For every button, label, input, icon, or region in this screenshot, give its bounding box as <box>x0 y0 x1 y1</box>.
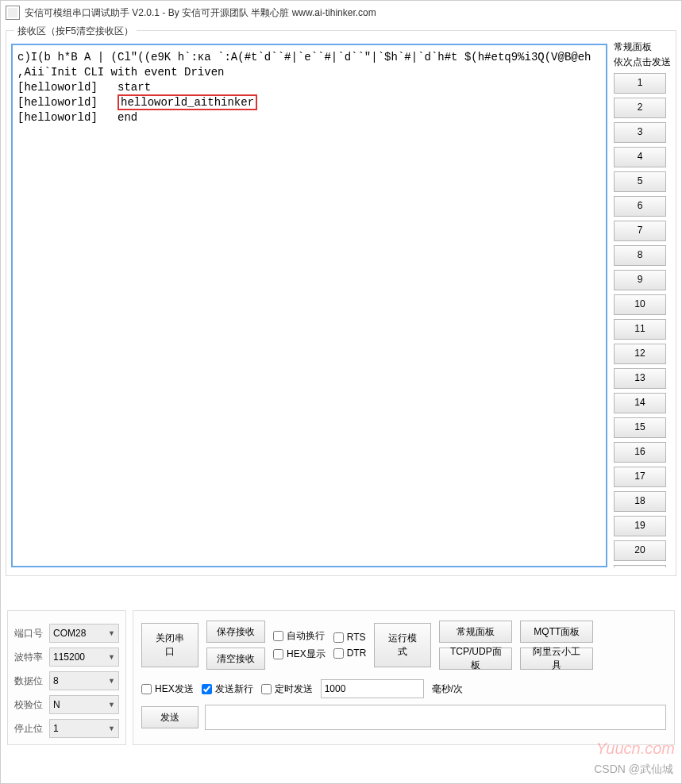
side-button-10[interactable]: 10 <box>614 294 666 315</box>
highlight-output: helloworld_aithinker <box>118 94 257 110</box>
side-button-9[interactable]: 9 <box>614 270 666 290</box>
app-icon <box>6 6 20 20</box>
send-button[interactable]: 发送 <box>141 706 198 728</box>
bottom-panel: 端口号COM28▼ 波特率115200▼ 数据位8▼ 校验位N▼ 停止位1▼ 关… <box>1 604 681 783</box>
stop-label: 停止位 <box>14 722 49 736</box>
baud-select[interactable]: 115200▼ <box>49 648 119 667</box>
side-button-17[interactable]: 17 <box>614 467 666 487</box>
side-button-19[interactable]: 19 <box>614 516 666 536</box>
interval-input[interactable] <box>321 679 424 698</box>
clear-recv-button[interactable]: 清空接收 <box>206 648 265 670</box>
side-button-2[interactable]: 2 <box>614 98 666 118</box>
receive-label: 接收区（按F5清空接收区） <box>14 25 137 38</box>
panel-tcpudp-button[interactable]: TCP/UDP面板 <box>439 648 512 670</box>
side-button-21[interactable]: 21 <box>614 565 666 567</box>
side-button-14[interactable]: 14 <box>614 393 666 413</box>
titlebar: 安信可模组串口调试助手 V2.0.1 - By 安信可开源团队 半颗心脏 www… <box>1 1 681 25</box>
baud-label: 波特率 <box>14 651 49 664</box>
sendnewline-checkbox[interactable]: 发送新行 <box>202 682 253 696</box>
side-button-20[interactable]: 20 <box>614 540 666 561</box>
close-port-button[interactable]: 关闭串口 <box>141 623 198 667</box>
side-button-6[interactable]: 6 <box>614 196 666 217</box>
side-button-11[interactable]: 11 <box>614 319 666 340</box>
receive-area: 接收区（按F5清空接收区） c)I(b h*B A | (Cl"((e9K h`… <box>6 30 676 576</box>
side-button-15[interactable]: 15 <box>614 417 666 438</box>
side-panel: 常规面板 依次点击发送 1234567891011121314151617181… <box>614 39 674 567</box>
side-button-18[interactable]: 18 <box>614 491 666 512</box>
port-select[interactable]: COM28▼ <box>49 624 119 643</box>
send-input[interactable] <box>205 705 666 730</box>
port-label: 端口号 <box>14 627 49 640</box>
databits-select[interactable]: 8▼ <box>49 671 119 690</box>
timedsend-checkbox[interactable]: 定时发送 <box>261 682 313 696</box>
side-heading-1: 常规面板 <box>614 40 674 54</box>
controls-panel: 关闭串口 保存接收 清空接收 自动换行 HEX显示 RTS DTR 运行模式 常… <box>133 610 675 745</box>
window-title: 安信可模组串口调试助手 V2.0.1 - By 安信可开源团队 半颗心脏 www… <box>25 6 376 20</box>
parity-select[interactable]: N▼ <box>49 695 119 714</box>
side-button-3[interactable]: 3 <box>614 122 666 143</box>
side-button-16[interactable]: 16 <box>614 442 666 463</box>
side-button-12[interactable]: 12 <box>614 344 666 364</box>
parity-label: 校验位 <box>14 698 49 712</box>
hexshow-checkbox[interactable]: HEX显示 <box>273 648 326 661</box>
side-button-13[interactable]: 13 <box>614 368 666 389</box>
serial-settings: 端口号COM28▼ 波特率115200▼ 数据位8▼ 校验位N▼ 停止位1▼ <box>7 610 126 745</box>
interval-unit: 毫秒/次 <box>432 682 463 696</box>
side-buttons: 123456789101112131415161718192021 <box>614 73 674 567</box>
panel-normal-button[interactable]: 常规面板 <box>439 621 512 643</box>
runmode-button[interactable]: 运行模式 <box>374 623 431 667</box>
side-button-7[interactable]: 7 <box>614 221 666 241</box>
receive-text[interactable]: c)I(b h*B A | (Cl"((e9K h`:κa `:A(#t`d``… <box>11 44 607 567</box>
panel-aliyun-button[interactable]: 阿里云小工具 <box>520 648 593 670</box>
side-heading-2: 依次点击发送 <box>614 56 674 69</box>
stopbits-select[interactable]: 1▼ <box>49 719 119 738</box>
side-button-4[interactable]: 4 <box>614 147 666 167</box>
dtr-checkbox[interactable]: DTR <box>333 648 367 659</box>
save-recv-button[interactable]: 保存接收 <box>206 621 265 643</box>
side-button-8[interactable]: 8 <box>614 245 666 266</box>
panel-mqtt-button[interactable]: MQTT面板 <box>520 621 593 643</box>
side-button-5[interactable]: 5 <box>614 171 666 192</box>
side-button-1[interactable]: 1 <box>614 73 666 94</box>
autowrap-checkbox[interactable]: 自动换行 <box>273 629 326 643</box>
rts-checkbox[interactable]: RTS <box>333 632 367 643</box>
hexsend-checkbox[interactable]: HEX发送 <box>141 682 194 696</box>
data-label: 数据位 <box>14 674 49 688</box>
